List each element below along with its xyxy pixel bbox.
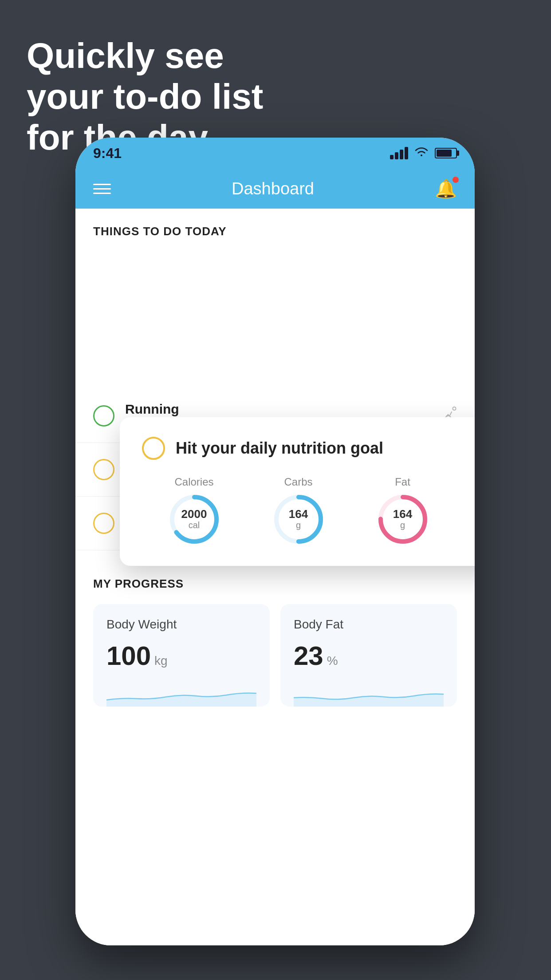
body-weight-unit: kg (154, 654, 168, 668)
body-weight-value-row: 100 kg (106, 640, 256, 671)
fat-value: 164 (393, 508, 412, 521)
notification-dot (453, 177, 459, 183)
body-weight-card[interactable]: Body Weight 100 kg (93, 604, 270, 707)
body-fat-chart (294, 680, 444, 707)
nav-bar: Dashboard 🔔 (75, 169, 475, 209)
hamburger-menu[interactable] (93, 184, 111, 194)
photos-check-circle[interactable] (93, 513, 114, 534)
calories-ring: 2000 cal (168, 493, 221, 546)
popup-title-row: Hit your daily nutrition goal (142, 437, 475, 460)
running-title: Running (125, 402, 429, 417)
fat-ring-item: Fat 164 g (376, 476, 429, 546)
body-fat-value: 23 (294, 640, 323, 671)
calories-unit: cal (189, 520, 200, 530)
body-weight-value: 100 (106, 640, 151, 671)
carbs-value: 164 (289, 508, 308, 521)
battery-icon (435, 148, 457, 158)
carbs-unit: g (296, 520, 301, 530)
things-to-do-header: THINGS TO DO TODAY (75, 209, 475, 247)
calories-label: Calories (174, 476, 213, 488)
body-fat-value-row: 23 % (294, 640, 444, 671)
body-weight-chart (106, 680, 256, 707)
nutrition-rings: Calories 2000 cal Carbs (142, 475, 475, 546)
calories-value: 2000 (181, 508, 207, 521)
status-time: 9:41 (93, 145, 122, 162)
notification-bell-icon[interactable]: 🔔 (435, 178, 457, 199)
body-fat-title: Body Fat (294, 617, 444, 632)
phone-mockup: 9:41 Da (75, 138, 475, 945)
status-bar: 9:41 (75, 138, 475, 169)
body-fat-unit: % (327, 654, 338, 668)
progress-section: MY PROGRESS Body Weight 100 kg (75, 559, 475, 720)
calories-ring-item: Calories 2000 cal (168, 476, 221, 546)
wifi-icon (414, 146, 429, 160)
nutrition-check-circle[interactable] (142, 437, 165, 460)
carbs-label: Carbs (284, 476, 312, 488)
progress-cards: Body Weight 100 kg Body Fat (93, 604, 457, 707)
bodystats-check-circle[interactable] (93, 459, 114, 480)
fat-label: Fat (395, 476, 410, 488)
carbs-ring: 164 g (272, 493, 325, 546)
carbs-ring-item: Carbs 164 g (272, 476, 325, 546)
nutrition-goal-title: Hit your daily nutrition goal (176, 439, 383, 458)
nav-title: Dashboard (232, 179, 314, 198)
fat-ring: 164 g (376, 493, 429, 546)
fat-unit: g (400, 520, 405, 530)
headline-line2: your to-do list (27, 77, 263, 116)
body-fat-card[interactable]: Body Fat 23 % (280, 604, 457, 707)
progress-header: MY PROGRESS (93, 577, 457, 591)
body-weight-title: Body Weight (106, 617, 256, 632)
headline-line1: Quickly see (27, 36, 224, 75)
signal-icon (390, 147, 408, 159)
running-check-circle[interactable] (93, 405, 114, 427)
status-icons (390, 146, 457, 160)
nutrition-popup-card: Hit your daily nutrition goal Calories 2… (120, 417, 475, 566)
